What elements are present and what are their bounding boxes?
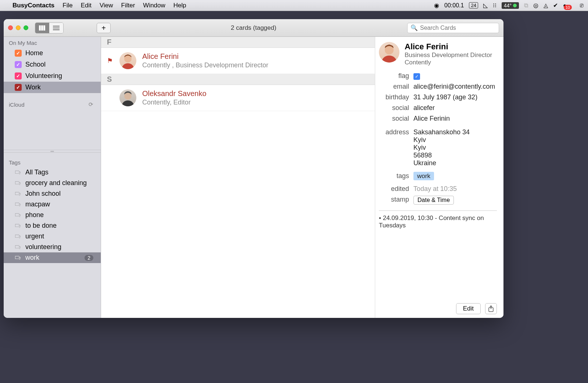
svg-point-11: [382, 56, 397, 63]
tag-icon: 🏷: [15, 201, 21, 208]
label-stamp: stamp: [379, 196, 409, 205]
tag-item-grocery[interactable]: 🏷grocery and cleaning: [4, 178, 101, 188]
svg-point-7: [122, 63, 134, 69]
paperplane-icon[interactable]: ◺: [483, 2, 488, 9]
contact-row[interactable]: ⚑ Alice Ferini Contently , Business Deve…: [101, 48, 375, 74]
label-address: address: [379, 128, 409, 167]
value-social[interactable]: alicefer: [413, 104, 497, 112]
tag-item-urgent[interactable]: 🏷urgent: [4, 231, 101, 242]
notif-icon[interactable]: ●10: [563, 2, 575, 9]
value-edited: Today at 10:35: [413, 185, 497, 193]
status-date[interactable]: 24: [469, 2, 478, 8]
triangle-icon[interactable]: ◬: [544, 2, 548, 9]
columns-view-button[interactable]: [35, 23, 49, 33]
tag-label: macpaw: [25, 201, 50, 208]
search-input[interactable]: [420, 25, 496, 31]
tag-label: John school: [25, 190, 61, 198]
flag-icon: ⚑: [107, 57, 114, 65]
edit-button[interactable]: Edit: [456, 303, 481, 314]
tag-icon: 🏷: [15, 244, 21, 251]
search-icon: 🔍: [410, 24, 418, 31]
menu-edit[interactable]: Edit: [81, 2, 92, 9]
sync-icon[interactable]: ⁝⁝: [493, 2, 496, 9]
value-email[interactable]: alice@ferini@contently.com: [413, 83, 497, 91]
tag-item-phone[interactable]: 🏷phone: [4, 210, 101, 220]
macos-menubar: BusyContacts File Edit View Filter Windo…: [0, 0, 588, 11]
sidebar-item-label: School: [25, 61, 46, 68]
tag-chip[interactable]: work: [413, 172, 434, 180]
stamp-button[interactable]: Date & Time: [413, 196, 454, 205]
value-birthday: 31 July 1987 (age 32): [413, 93, 497, 101]
share-button[interactable]: [485, 303, 497, 314]
close-button[interactable]: [8, 25, 13, 30]
dropbox-icon[interactable]: ⧉: [524, 2, 528, 9]
status-timer: 00:00.1: [444, 2, 464, 9]
tag-count: 2: [85, 255, 93, 261]
window-title: 2 cards (tagged): [231, 24, 276, 32]
tag-icon: 🏷: [15, 212, 21, 219]
contact-note[interactable]: • 24.09.2019, 10:30 - Content sync on Tu…: [379, 214, 497, 229]
tag-item-macpaw[interactable]: 🏷macpaw: [4, 199, 101, 210]
sidebar-divider[interactable]: [4, 150, 101, 153]
menu-filter[interactable]: Filter: [121, 2, 135, 9]
detail-title: Business Development Director: [405, 52, 492, 59]
contact-subtitle: Contently , Business Development Directo…: [142, 61, 268, 69]
svg-rect-0: [39, 25, 41, 31]
tag-icon: 🏷: [15, 169, 21, 176]
menu-view[interactable]: View: [100, 2, 113, 9]
sidebar-item-volunteering[interactable]: ✓ Volunteering: [4, 70, 101, 82]
search-field[interactable]: 🔍: [407, 23, 499, 33]
tag-item-johnschool[interactable]: 🏷John school: [4, 188, 101, 199]
sidebar-item-label: Home: [25, 49, 43, 57]
label-birthday: birthday: [379, 93, 409, 101]
tag-item-tobedone[interactable]: 🏷to be done: [4, 220, 101, 231]
toolbar: + 2 cards (tagged) 🔍: [4, 19, 503, 37]
sidebar: On My Mac ✓ Home ✓ School ✓ Volunteering…: [4, 37, 101, 318]
menu-window[interactable]: Window: [143, 2, 165, 9]
tag-label: work: [25, 254, 39, 262]
label-social: social: [379, 104, 409, 112]
tag-icon: 🏷: [15, 190, 21, 198]
airplay-icon[interactable]: ⎚: [580, 2, 584, 9]
camera-icon[interactable]: ◎: [533, 2, 538, 9]
tag-icon: 🏷: [15, 180, 21, 187]
svg-rect-3: [53, 26, 60, 26]
avatar: [379, 42, 399, 63]
sidebar-section-icloud: iCloud ⟳: [4, 98, 101, 109]
tag-label: urgent: [25, 233, 44, 240]
tag-label: to be done: [25, 222, 57, 230]
label-flag: flag: [379, 72, 409, 80]
tag-item-volunteering[interactable]: 🏷volunteering: [4, 242, 101, 252]
list-view-button[interactable]: [49, 23, 63, 33]
list-section-header: F: [101, 37, 375, 48]
tag-label: volunteering: [25, 243, 61, 251]
sidebar-item-school[interactable]: ✓ School: [4, 59, 101, 70]
value-social[interactable]: Alice Ferinin: [413, 115, 497, 123]
minimize-button[interactable]: [16, 25, 21, 30]
label-tags: tags: [379, 172, 409, 180]
record-icon[interactable]: ◉: [434, 2, 439, 9]
menu-help[interactable]: Help: [173, 2, 186, 9]
detail-company: Contently: [405, 59, 492, 66]
contact-subtitle: Contently, Editor: [142, 99, 207, 106]
sync-icon[interactable]: ⟳: [89, 101, 93, 108]
label-social: social: [379, 115, 409, 123]
flag-checkbox[interactable]: ✓: [413, 73, 420, 80]
tag-label: phone: [25, 211, 44, 219]
sidebar-item-home[interactable]: ✓ Home: [4, 47, 101, 59]
add-button[interactable]: +: [97, 23, 111, 33]
status-temp[interactable]: 44°: [502, 2, 519, 9]
tag-item-alltags[interactable]: 🏷All Tags: [4, 167, 101, 178]
app-name[interactable]: BusyContacts: [12, 2, 54, 9]
check-icon[interactable]: ✔: [553, 2, 558, 9]
tag-icon: 🏷: [15, 254, 21, 262]
window-controls: [8, 25, 28, 30]
contact-row[interactable]: Oleksandr Savenko Contently, Editor: [101, 85, 375, 111]
tag-item-work[interactable]: 🏷work2: [4, 252, 101, 263]
zoom-button[interactable]: [24, 25, 28, 30]
sidebar-item-work[interactable]: ✓ Work: [4, 82, 101, 93]
svg-rect-4: [53, 28, 60, 28]
check-icon: ✓: [15, 50, 22, 57]
sidebar-item-label: Volunteering: [25, 72, 62, 80]
menu-file[interactable]: File: [62, 2, 72, 9]
